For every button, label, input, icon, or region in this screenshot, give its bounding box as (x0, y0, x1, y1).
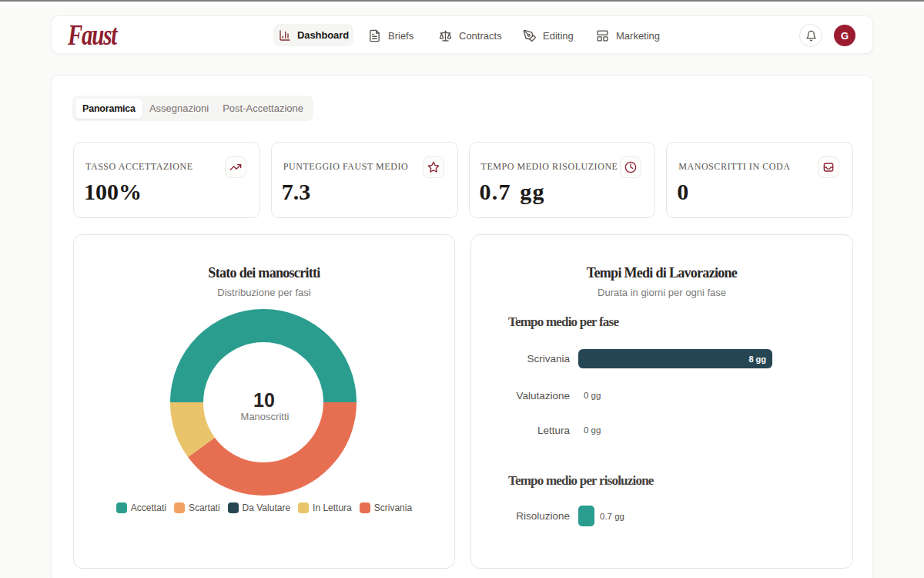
svg-text:Manoscritti: Manoscritti (241, 411, 290, 422)
svg-text:10: 10 (253, 389, 275, 411)
